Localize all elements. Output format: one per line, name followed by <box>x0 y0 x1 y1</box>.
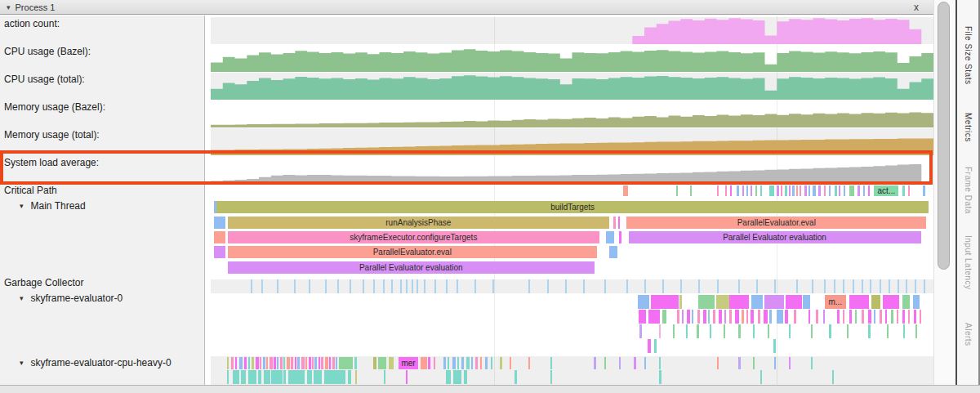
trace-span[interactable] <box>682 310 684 324</box>
trace-span[interactable] <box>868 185 870 196</box>
trace-span[interactable] <box>309 279 310 293</box>
trace-span[interactable] <box>583 279 585 293</box>
main-thread-lane[interactable]: runAnalysisPhaseParallelEvaluator.eval <box>211 217 933 229</box>
trace-span[interactable] <box>256 357 259 369</box>
trace-span[interactable] <box>384 370 385 384</box>
trace-span[interactable] <box>659 357 661 369</box>
trace-span-labeled[interactable]: ParallelEvaluator.eval <box>626 217 926 229</box>
trace-span[interactable] <box>606 231 614 243</box>
trace-span[interactable] <box>730 185 732 196</box>
critical-path-lane[interactable]: act... <box>211 185 933 196</box>
trace-span[interactable] <box>277 357 278 369</box>
trace-span[interactable] <box>690 185 692 196</box>
counter-chart-mem-total[interactable] <box>211 128 933 155</box>
trace-span[interactable] <box>871 295 880 309</box>
trace-span[interactable] <box>738 324 741 338</box>
trace-span[interactable] <box>251 279 252 293</box>
trace-span[interactable] <box>834 279 835 293</box>
trace-span[interactable] <box>804 185 807 196</box>
trace-span[interactable] <box>751 185 752 196</box>
trace-span[interactable] <box>280 357 283 369</box>
trace-span[interactable] <box>639 310 646 324</box>
trace-span[interactable] <box>233 370 239 384</box>
trace-span[interactable] <box>235 357 237 369</box>
trace-span[interactable] <box>796 185 798 196</box>
trace-span[interactable] <box>528 357 530 369</box>
trace-span[interactable] <box>662 310 666 324</box>
process-header[interactable]: ▾ Process 1 x <box>0 0 933 15</box>
trace-span[interactable] <box>760 185 762 196</box>
trace-span-labeled[interactable]: mer <box>399 357 418 369</box>
counter-chart-cpu-bazel[interactable] <box>211 45 933 72</box>
trace-span[interactable] <box>446 279 448 293</box>
track-label-skyframe-evaluator-0[interactable]: ▾skyframe-evaluator-0 <box>20 293 122 304</box>
trace-span[interactable] <box>644 357 646 369</box>
trace-span[interactable] <box>843 279 844 293</box>
collapse-arrow-icon[interactable]: ▾ <box>20 359 24 367</box>
trace-span[interactable] <box>355 370 357 384</box>
trace-span[interactable] <box>812 279 813 293</box>
trace-span[interactable] <box>858 185 860 196</box>
trace-span[interactable] <box>373 357 376 369</box>
trace-span[interactable] <box>738 357 741 369</box>
trace-span[interactable] <box>844 185 845 196</box>
trace-span[interactable] <box>550 370 552 384</box>
trace-span[interactable] <box>908 310 910 324</box>
trace-span[interactable] <box>823 310 825 324</box>
trace-span[interactable] <box>849 295 869 309</box>
trace-span[interactable] <box>753 357 755 369</box>
trace-span[interactable] <box>634 357 636 369</box>
trace-span[interactable] <box>312 357 314 369</box>
trace-span[interactable] <box>855 310 857 324</box>
trace-span[interactable] <box>768 324 769 338</box>
trace-span[interactable] <box>760 370 762 384</box>
trace-span[interactable] <box>716 295 729 309</box>
trace-span[interactable] <box>271 370 283 384</box>
trace-span[interactable] <box>464 370 467 384</box>
trace-span-labeled[interactable]: buildTargets <box>216 201 929 213</box>
trace-span[interactable] <box>924 279 925 293</box>
trace-span[interactable] <box>609 246 617 258</box>
trace-span[interactable] <box>764 310 768 324</box>
trace-span[interactable] <box>789 185 791 196</box>
trace-span-labeled[interactable]: Parallel Evaluator evaluation <box>228 261 595 274</box>
trace-span[interactable] <box>485 357 488 369</box>
trace-span[interactable] <box>638 295 649 309</box>
trace-span[interactable] <box>915 279 916 293</box>
trace-span[interactable] <box>843 310 844 324</box>
trace-span[interactable] <box>777 185 779 196</box>
trace-span[interactable] <box>786 295 802 309</box>
trace-span[interactable] <box>789 324 791 338</box>
trace-span[interactable] <box>424 279 425 293</box>
trace-span[interactable] <box>708 310 710 324</box>
trace-span[interactable] <box>648 339 651 353</box>
collapse-arrow-icon[interactable]: ▾ <box>20 294 24 302</box>
trace-span[interactable] <box>713 310 715 324</box>
trace-span-labeled[interactable]: runAnalysisPhase <box>228 217 609 229</box>
trace-span[interactable] <box>792 185 795 196</box>
trace-span-labeled[interactable]: m... <box>825 295 846 309</box>
trace-span[interactable] <box>677 310 679 324</box>
track-label-main-thread[interactable]: ▾Main Thread <box>20 200 86 212</box>
trace-span[interactable] <box>808 185 810 196</box>
trace-span[interactable] <box>686 324 688 338</box>
trace-span[interactable] <box>868 310 871 324</box>
trace-span[interactable] <box>321 357 323 369</box>
trace-span[interactable] <box>868 324 871 338</box>
trace-span[interactable] <box>738 279 740 293</box>
trace-span[interactable] <box>829 324 831 338</box>
trace-span[interactable] <box>659 324 661 338</box>
trace-span[interactable] <box>231 357 234 369</box>
tab-input-latency[interactable]: Input Latency <box>957 227 978 297</box>
trace-span[interactable] <box>813 185 816 196</box>
trace-span[interactable] <box>837 310 840 324</box>
trace-span[interactable] <box>659 370 662 384</box>
trace-span[interactable] <box>274 357 276 369</box>
trace-span[interactable] <box>363 279 364 293</box>
trace-span[interactable] <box>626 279 628 293</box>
trace-span[interactable] <box>214 201 216 213</box>
trace-span[interactable] <box>594 357 596 369</box>
trace-span[interactable] <box>774 357 776 369</box>
trace-span[interactable] <box>350 279 351 293</box>
trace-span[interactable] <box>847 324 849 338</box>
